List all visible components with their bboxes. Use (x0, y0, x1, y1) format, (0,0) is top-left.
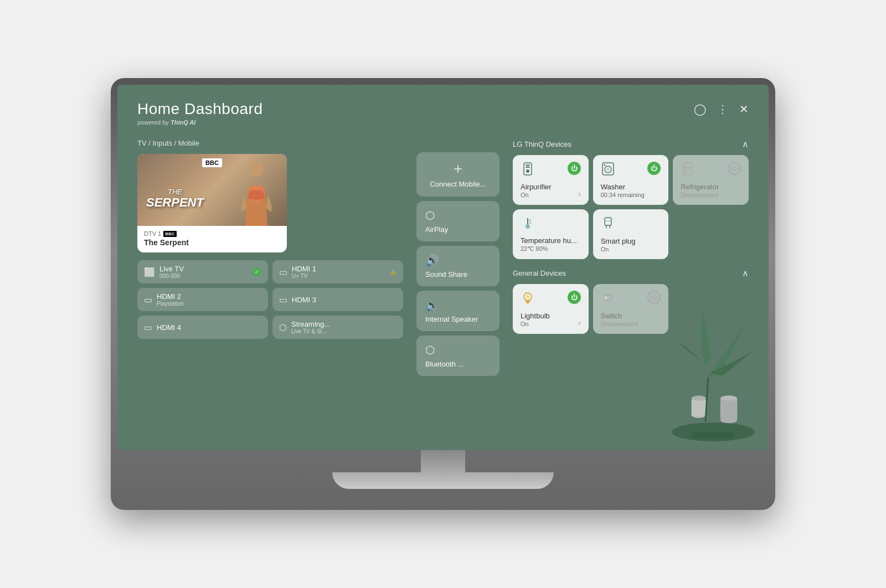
dashboard: Home Dashboard powered by ThinQ AI ◯ ⋮ ✕… (117, 85, 769, 450)
internal-speaker-label: Internal Speaker (425, 315, 478, 323)
live-tv-sub: 000-000 (159, 273, 248, 279)
washer-name: Washer (601, 183, 645, 191)
hdmi1-label: HDMI 1 (292, 265, 385, 273)
hdmi2-sub: Playstation (157, 301, 261, 307)
device-smart-plug[interactable]: Smart plug On (593, 209, 669, 259)
temp-hu-icon (521, 216, 535, 234)
tv-stand-base (332, 472, 554, 489)
refrigerator-name: Refrigerator (681, 183, 719, 191)
input-hdmi4[interactable]: ▭ HDMI 4 (137, 316, 268, 339)
device-refrigerator[interactable]: ⏻ Refrigerator Disconnected (673, 155, 749, 205)
general-devices-grid: ⏻ Lightbulb On › (513, 284, 749, 334)
sound-share-card[interactable]: 🔊 Sound Share (416, 246, 499, 286)
svg-rect-26 (605, 218, 611, 225)
dashboard-header: Home Dashboard powered by ThinQ AI ◯ ⋮ ✕ (137, 100, 749, 126)
svg-point-22 (526, 224, 530, 229)
switch-name: Switch (601, 312, 638, 320)
device-lightbulb[interactable]: ⏻ Lightbulb On › (513, 284, 589, 334)
left-panel: TV / Inputs / Mobile BBC (137, 139, 403, 434)
sound-share-label: Sound Share (425, 270, 467, 278)
tv-preview-card[interactable]: BBC (137, 154, 287, 252)
refrigerator-icon (681, 162, 695, 179)
streaming-label: Streaming... (291, 320, 396, 328)
temp-hu-name: Temperature hu... (521, 236, 577, 245)
close-icon[interactable]: ✕ (739, 102, 749, 116)
airpurifier-icon (521, 162, 535, 179)
header-controls: ◯ ⋮ ✕ (694, 102, 749, 116)
connect-mobile-label: Connect Mobile... (430, 180, 486, 188)
svg-point-15 (606, 168, 609, 171)
input-streaming[interactable]: ⬡ Streaming... Live TV & St... (272, 316, 403, 339)
right-panel: LG ThinQ Devices ∧ ⏻ (513, 139, 749, 434)
tv-icon: ⬜ (144, 267, 155, 277)
live-tv-label: Live TV (159, 265, 248, 273)
hdmi4-label: HDMI 4 (157, 323, 261, 332)
airplay-icon: ⬡ (425, 209, 435, 222)
thinq-devices-grid: ⏻ Airpurifier On › (513, 155, 749, 259)
active-badge: ✓ (253, 267, 261, 276)
temp-hu-status: 22℃ 80% (521, 245, 577, 252)
general-devices-section: General Devices ∧ ⏻ (513, 268, 749, 334)
sound-share-icon: 🔊 (425, 254, 439, 267)
tv-preview-image: BBC (137, 154, 287, 226)
refrigerator-status: Disconnected (681, 192, 719, 198)
input-live-tv[interactable]: ⬜ Live TV 000-000 ✓ (137, 260, 268, 283)
tv-frame: Home Dashboard powered by ThinQ AI ◯ ⋮ ✕… (111, 78, 775, 510)
airpurifier-power-btn[interactable]: ⏻ (568, 162, 581, 175)
lightbulb-status: On (521, 321, 550, 327)
internal-speaker-card[interactable]: 🔈 Internal Speaker (416, 291, 499, 331)
tv-preview-info: DTV 1 BBC The Serpent (137, 226, 287, 252)
washer-power-btn[interactable]: ⏻ (647, 162, 661, 175)
washer-status: 00:34 remaining (601, 192, 645, 198)
smart-plug-icon (601, 216, 615, 234)
svg-point-11 (526, 169, 529, 173)
general-collapse-btn[interactable]: ∧ (742, 268, 749, 278)
input-hdmi1[interactable]: ▭ HDMI 1 U+ TV 🔒 (272, 260, 403, 283)
hdmi3-icon: ▭ (279, 295, 287, 305)
airplay-card[interactable]: ⬡ AirPlay (416, 201, 499, 241)
lightbulb-arrow: › (578, 318, 581, 327)
svg-point-12 (527, 166, 529, 167)
streaming-sub: Live TV & St... (291, 328, 396, 334)
hdmi2-icon: ▭ (144, 295, 152, 305)
lightbulb-power-btn[interactable]: ⏻ (568, 291, 581, 304)
input-hdmi2[interactable]: ▭ HDMI 2 Playstation (137, 288, 268, 311)
connect-mobile-card[interactable]: + Connect Mobile... (416, 152, 499, 197)
bbc-logo: BBC (202, 158, 222, 167)
hdmi2-label: HDMI 2 (157, 292, 261, 301)
svg-point-35 (604, 296, 607, 300)
thinq-devices-section: LG ThinQ Devices ∧ ⏻ (513, 139, 749, 259)
switch-status: Disconnected (601, 321, 638, 327)
device-washer[interactable]: ⏻ Washer 00:34 remaining (593, 155, 669, 205)
device-switch[interactable]: ⏻ Switch Disconnected (593, 284, 669, 334)
page-title: Home Dashboard (137, 100, 262, 118)
washer-icon (601, 162, 615, 179)
mobile-audio-panel: + Connect Mobile... ⬡ AirPlay 🔊 Sound Sh… (416, 152, 499, 434)
input-hdmi3[interactable]: ▭ HDMI 3 (272, 288, 403, 311)
smart-plug-name: Smart plug (601, 237, 636, 245)
smart-plug-status: On (601, 246, 636, 252)
airplay-label: AirPlay (425, 225, 448, 234)
switch-power-btn[interactable]: ⏻ (647, 291, 661, 304)
airpurifier-arrow: › (578, 189, 581, 198)
main-layout: TV / Inputs / Mobile BBC (137, 139, 749, 434)
thinq-section-title: LG ThinQ Devices (513, 140, 571, 148)
airpurifier-name: Airpurifier (521, 183, 552, 191)
device-temp-hu[interactable]: Temperature hu... 22℃ 80% (513, 209, 589, 259)
streaming-icon: ⬡ (279, 322, 287, 333)
refrigerator-power-btn[interactable]: ⏻ (728, 162, 741, 175)
tv-screen: Home Dashboard powered by ThinQ AI ◯ ⋮ ✕… (117, 85, 769, 450)
device-airpurifier[interactable]: ⏻ Airpurifier On › (513, 155, 589, 205)
tv-section-label: TV / Inputs / Mobile (137, 139, 403, 147)
svg-point-16 (604, 164, 605, 166)
bluetooth-card[interactable]: ⬡ Bluetooth ... (416, 336, 499, 376)
show-title: THE SERPENT (146, 188, 204, 209)
more-options-icon[interactable]: ⋮ (717, 102, 728, 116)
thinq-collapse-btn[interactable]: ∧ (742, 139, 749, 149)
general-section-title: General Devices (513, 269, 566, 277)
airpurifier-status: On (521, 192, 552, 198)
header-subtitle: powered by ThinQ AI (137, 119, 262, 126)
tv-channel: DTV 1 BBC (144, 230, 280, 237)
switch-icon (601, 291, 615, 308)
user-icon[interactable]: ◯ (694, 102, 706, 116)
